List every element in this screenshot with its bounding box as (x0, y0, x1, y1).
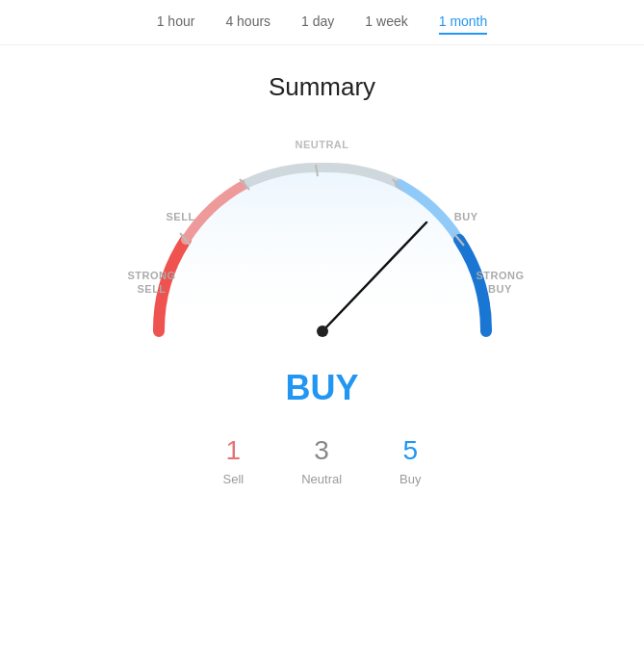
gauge-labels: NEUTRAL SELL STRONGSELL BUY STRONGBUY (120, 129, 525, 351)
main-content: Summary (0, 45, 644, 502)
time-period-tabs: 1 hour 4 hours 1 day 1 week 1 month (0, 0, 644, 45)
stat-sell: 1 Sell (222, 435, 244, 486)
neutral-label: Neutral (301, 472, 342, 486)
tab-1day[interactable]: 1 day (301, 13, 334, 35)
tab-4hours[interactable]: 4 hours (225, 13, 270, 35)
gauge-wrapper: NEUTRAL SELL STRONGSELL BUY STRONGBUY (120, 129, 525, 351)
tab-1week[interactable]: 1 week (365, 13, 407, 35)
tab-1hour[interactable]: 1 hour (157, 13, 195, 35)
label-neutral: NEUTRAL (295, 139, 348, 150)
label-sell: SELL (167, 211, 195, 222)
label-strong-buy: STRONGBUY (476, 269, 524, 297)
stat-buy: 5 Buy (399, 435, 421, 486)
buy-label: Buy (399, 472, 421, 486)
sell-number: 1 (226, 435, 242, 466)
tab-1month[interactable]: 1 month (439, 13, 488, 35)
summary-title: Summary (269, 72, 375, 102)
neutral-number: 3 (314, 435, 329, 466)
buy-number: 5 (403, 435, 419, 466)
label-buy: BUY (454, 211, 478, 222)
stat-neutral: 3 Neutral (301, 435, 342, 486)
result-label: BUY (285, 368, 358, 408)
label-strong-sell: STRONGSELL (128, 269, 176, 297)
sell-label: Sell (222, 472, 244, 486)
stats-row: 1 Sell 3 Neutral 5 Buy (222, 435, 421, 486)
